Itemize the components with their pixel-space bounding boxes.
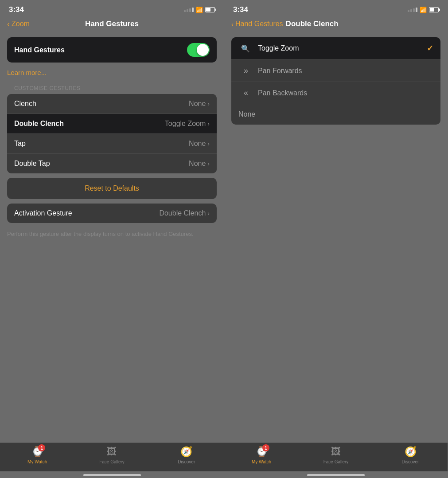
gesture-double-clench-right: Toggle Zoom › — [165, 120, 210, 128]
content-left: Hand Gestures Learn more... CUSTOMISE GE… — [0, 33, 224, 443]
my-watch-badge: 1 — [38, 444, 45, 451]
tab-my-watch-label-right: My Watch — [252, 459, 271, 464]
section-header-gestures: CUSTOMISE GESTURES — [7, 81, 217, 94]
pan-backwards-icon: « — [238, 88, 253, 98]
activation-description: Perform this gesture after the display t… — [7, 227, 217, 241]
face-gallery-icon-wrap: 🖼 — [105, 446, 118, 458]
tab-bar-left: ⌚ 1 My Watch 🖼 Face Gallery 🧭 Discover — [0, 443, 224, 471]
tab-discover-label-right: Discover — [402, 459, 419, 464]
back-button-right[interactable]: ‹ — [231, 20, 234, 28]
discover-icon-wrap: 🧭 — [180, 446, 193, 458]
back-button-left[interactable]: ‹ Zoom — [7, 20, 30, 29]
tab-discover-right[interactable]: 🧭 Discover — [395, 446, 426, 464]
option-pan-backwards[interactable]: « Pan Backwards — [231, 82, 440, 104]
tab-bar-right: ⌚ 1 My Watch 🖼 Face Gallery 🧭 Discover — [224, 443, 448, 471]
nav-bar-left: ‹ Zoom Hand Gestures — [0, 18, 224, 33]
my-watch-badge-right: 1 — [262, 444, 269, 451]
tab-discover-label-left: Discover — [178, 459, 195, 464]
face-gallery-icon-right: 🖼 — [331, 446, 341, 458]
page-title-left: Hand Gestures — [85, 20, 139, 28]
gesture-tap-label: Tap — [14, 140, 26, 148]
option-none-label: None — [238, 110, 255, 118]
gesture-double-clench-label: Double Clench — [14, 120, 64, 128]
home-indicator-right — [307, 474, 365, 476]
gesture-clench-item[interactable]: Clench None › — [7, 94, 217, 114]
reset-card[interactable]: Reset to Defaults — [7, 178, 217, 199]
status-bar-right: 3:34 📶 — [224, 0, 448, 18]
activation-gesture-item[interactable]: Activation Gesture Double Clench › — [7, 204, 217, 223]
status-bar-left: 3:34 📶 — [0, 0, 224, 18]
tab-face-gallery-left[interactable]: 🖼 Face Gallery — [96, 446, 127, 464]
activation-gesture-value: Double Clench — [159, 209, 206, 217]
hand-gestures-toggle-item[interactable]: Hand Gestures — [7, 37, 217, 63]
tab-my-watch-label-left: My Watch — [27, 459, 47, 464]
tab-my-watch-left[interactable]: ⌚ 1 My Watch — [22, 446, 53, 464]
tab-discover-left[interactable]: 🧭 Discover — [171, 446, 202, 464]
discover-icon-right: 🧭 — [405, 446, 417, 458]
reset-label: Reset to Defaults — [85, 184, 139, 192]
chevron-right-icon: › — [207, 100, 210, 107]
battery-icon — [205, 7, 215, 12]
option-pan-forwards[interactable]: » Pan Forwards — [231, 60, 440, 82]
gesture-clench-right: None › — [189, 100, 210, 108]
option-toggle-zoom[interactable]: 🔍 Toggle Zoom ✓ — [231, 37, 440, 60]
option-pan-backwards-label: Pan Backwards — [258, 89, 433, 97]
activation-gesture-label: Activation Gesture — [14, 209, 72, 217]
gesture-double-clench-item[interactable]: Double Clench Toggle Zoom › — [7, 114, 217, 134]
my-watch-icon-wrap: ⌚ 1 — [31, 446, 43, 458]
gesture-clench-value: None — [189, 100, 206, 108]
option-toggle-zoom-label: Toggle Zoom — [258, 44, 427, 52]
status-icons-left: 📶 — [184, 7, 215, 13]
zoom-icon: 🔍 — [238, 44, 253, 53]
gesture-double-tap-right: None › — [189, 160, 210, 168]
chevron-right-icon-2: › — [207, 120, 210, 127]
battery-icon-right — [429, 7, 439, 12]
face-gallery-icon: 🖼 — [107, 446, 117, 458]
right-panel: 3:34 📶 ‹ Hand Gestures Double Clench — [224, 0, 448, 478]
gesture-double-tap-label: Double Tap — [14, 160, 50, 168]
hand-gestures-label: Hand Gestures — [14, 46, 65, 54]
time-right: 3:34 — [233, 5, 248, 14]
signal-icon-right — [408, 8, 417, 12]
status-icons-right: 📶 — [408, 7, 439, 13]
chevron-right-icon-3: › — [207, 140, 210, 147]
gesture-tap-right: None › — [189, 140, 210, 148]
hand-gestures-toggle[interactable] — [187, 43, 210, 57]
left-panel: 3:34 📶 ‹ Zoom Hand Gestures Hand Gestur — [0, 0, 224, 478]
tab-face-gallery-right[interactable]: 🖼 Face Gallery — [320, 446, 351, 464]
activation-card: Activation Gesture Double Clench › — [7, 204, 217, 223]
time-left: 3:34 — [9, 5, 24, 14]
tab-face-gallery-label-left: Face Gallery — [99, 459, 125, 464]
my-watch-icon-wrap-right: ⌚ 1 — [255, 446, 268, 458]
option-none[interactable]: None — [231, 104, 440, 125]
back-label-left: Zoom — [12, 20, 30, 28]
gesture-clench-label: Clench — [14, 100, 36, 108]
chevron-left-icon: ‹ — [7, 20, 10, 29]
hand-gestures-card: Hand Gestures — [7, 37, 217, 63]
home-indicator-left — [83, 474, 141, 476]
discover-icon-wrap-right: 🧭 — [404, 446, 417, 458]
tab-face-gallery-label-right: Face Gallery — [323, 459, 349, 464]
gesture-tap-value: None — [189, 140, 206, 148]
gesture-tap-item[interactable]: Tap None › — [7, 134, 217, 154]
activation-gesture-right: Double Clench › — [159, 209, 210, 217]
discover-icon: 🧭 — [180, 446, 192, 458]
wifi-icon-right: 📶 — [420, 7, 427, 13]
tab-my-watch-right[interactable]: ⌚ 1 My Watch — [246, 446, 277, 464]
gesture-double-clench-value: Toggle Zoom — [165, 120, 206, 128]
face-gallery-icon-wrap-right: 🖼 — [330, 446, 342, 458]
gestures-card: Clench None › Double Clench Toggle Zoom … — [7, 94, 217, 173]
gesture-double-tap-value: None — [189, 160, 206, 168]
wifi-icon: 📶 — [196, 7, 203, 13]
learn-more-link[interactable]: Learn more... — [7, 67, 217, 81]
breadcrumb-current: Double Clench — [286, 20, 339, 28]
gesture-double-tap-item[interactable]: Double Tap None › — [7, 154, 217, 173]
toggle-knob — [197, 44, 209, 56]
option-pan-forwards-label: Pan Forwards — [258, 67, 433, 75]
chevron-right-icon-5: › — [207, 210, 210, 217]
signal-icon — [184, 8, 194, 12]
chevron-right-icon-4: › — [207, 160, 210, 167]
chevron-left-icon-right: ‹ — [231, 20, 234, 28]
breadcrumb-parent[interactable]: Hand Gestures — [235, 20, 283, 28]
selection-card: 🔍 Toggle Zoom ✓ » Pan Forwards « Pan Bac… — [231, 37, 440, 125]
